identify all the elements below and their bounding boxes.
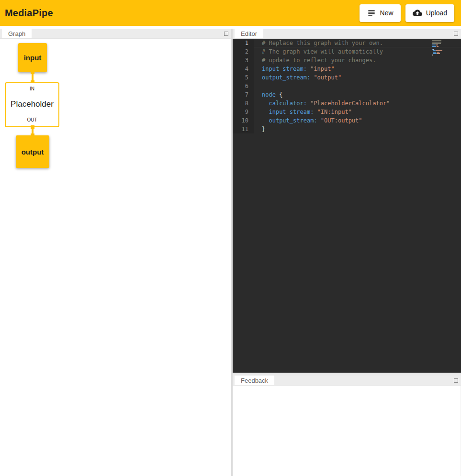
code-line[interactable]: 6 (233, 82, 461, 90)
minimap-line (432, 44, 452, 45)
feedback-popout-icon[interactable] (454, 378, 458, 383)
code-text: output_stream: "output" (254, 73, 341, 82)
minimap-line (432, 50, 452, 51)
editor-popout-icon[interactable] (454, 32, 458, 36)
graph-node-placeholder[interactable]: IN Placeholder OUT (5, 82, 59, 127)
minimap-line (432, 52, 452, 53)
workspace: Graph input IN Placeholder OUT (0, 29, 461, 476)
feedback-tabbar: Feedback (233, 376, 461, 386)
tab-editor[interactable]: Editor (235, 29, 263, 38)
code-line[interactable]: 10 output_stream: "OUT:output" (233, 116, 461, 125)
new-button[interactable]: New (360, 4, 401, 22)
graph-canvas[interactable]: input IN Placeholder OUT output (0, 39, 231, 476)
code-line[interactable]: 7node { (233, 90, 461, 99)
graph-node-input[interactable]: input (18, 43, 47, 72)
graph-node-input-label: input (24, 54, 42, 62)
line-number: 7 (233, 90, 254, 99)
new-button-label: New (380, 9, 394, 17)
code-line[interactable]: 3# update to reflect your changes. (233, 56, 461, 65)
graph-expand-wrap (224, 29, 231, 38)
code-line[interactable]: 5output_stream: "output" (233, 73, 461, 82)
upload-button-label: Upload (426, 9, 447, 17)
cloud-upload-icon (413, 8, 422, 18)
graph-popout-icon[interactable] (224, 32, 228, 36)
graph-node-output-label: output (22, 148, 44, 156)
minimap-line (432, 55, 452, 55)
editor-panel: Editor 1# Replace this graph with your o… (233, 29, 461, 373)
line-number: 8 (233, 99, 254, 108)
code-text: # The graph view will automatically (254, 47, 383, 56)
upload-button[interactable]: Upload (405, 4, 454, 22)
code-line[interactable]: 1# Replace this graph with your own. (233, 39, 461, 47)
line-number: 5 (233, 73, 254, 82)
editor-tabbar: Editor (233, 29, 461, 39)
graph-panel: Graph input IN Placeholder OUT (0, 29, 231, 476)
tab-graph-label: Graph (8, 30, 25, 37)
app-header: MediaPipe New Upload (0, 0, 461, 26)
new-list-icon (367, 8, 376, 18)
minimap-line (432, 42, 452, 43)
tab-editor-label: Editor (241, 30, 257, 37)
tab-feedback-label: Feedback (241, 377, 268, 384)
code-text: node { (254, 90, 282, 99)
code-text: output_stream: "OUT:output" (254, 116, 362, 125)
line-number: 6 (233, 82, 254, 90)
placeholder-in-port: IN (30, 86, 34, 91)
editor-minimap[interactable] (432, 40, 452, 56)
minimap-line (432, 47, 452, 48)
code-line[interactable]: 11} (233, 125, 461, 133)
code-line[interactable]: 4input_stream: "input" (233, 65, 461, 73)
code-line[interactable]: 2# The graph view will automatically (233, 47, 461, 56)
feedback-panel: Feedback (233, 376, 461, 476)
code-line[interactable]: 9 input_stream: "IN:input" (233, 108, 461, 116)
code-text: input_stream: "IN:input" (254, 108, 352, 116)
tab-feedback[interactable]: Feedback (235, 376, 274, 385)
line-number: 9 (233, 108, 254, 116)
app-title: MediaPipe (5, 8, 53, 19)
graph-node-output[interactable]: output (16, 135, 49, 168)
line-number: 2 (233, 47, 254, 56)
feedback-content (233, 386, 461, 476)
code-lines: 1# Replace this graph with your own.2# T… (233, 39, 461, 133)
minimap-line (432, 49, 452, 50)
line-number: 1 (233, 39, 254, 47)
line-number: 4 (233, 65, 254, 73)
line-number: 11 (233, 125, 254, 133)
editor-expand-wrap (454, 29, 461, 38)
line-number: 3 (233, 56, 254, 65)
minimap-line (432, 40, 452, 41)
tab-graph[interactable]: Graph (2, 29, 32, 38)
code-text (254, 82, 262, 90)
minimap-line (432, 43, 452, 44)
header-actions: New Upload (360, 4, 454, 22)
placeholder-out-port: OUT (27, 117, 37, 122)
graph-tabbar: Graph (0, 29, 231, 39)
mediapipe-visualizer-app: MediaPipe New Upload Graph (0, 0, 461, 476)
code-text: } (254, 125, 265, 133)
code-text: # update to reflect your changes. (254, 56, 376, 65)
minimap-line (432, 53, 452, 54)
code-editor[interactable]: 1# Replace this graph with your own.2# T… (233, 39, 461, 373)
code-text: calculator: "PlaceholderCalculator" (254, 99, 390, 108)
code-line[interactable]: 8 calculator: "PlaceholderCalculator" (233, 99, 461, 108)
minimap-line (432, 46, 452, 47)
placeholder-node-label: Placeholder (11, 100, 54, 109)
right-column: Editor 1# Replace this graph with your o… (233, 29, 461, 476)
code-text: # Replace this graph with your own. (254, 39, 383, 47)
code-text: input_stream: "input" (254, 65, 335, 73)
feedback-expand-wrap (454, 376, 461, 385)
line-number: 10 (233, 116, 254, 125)
